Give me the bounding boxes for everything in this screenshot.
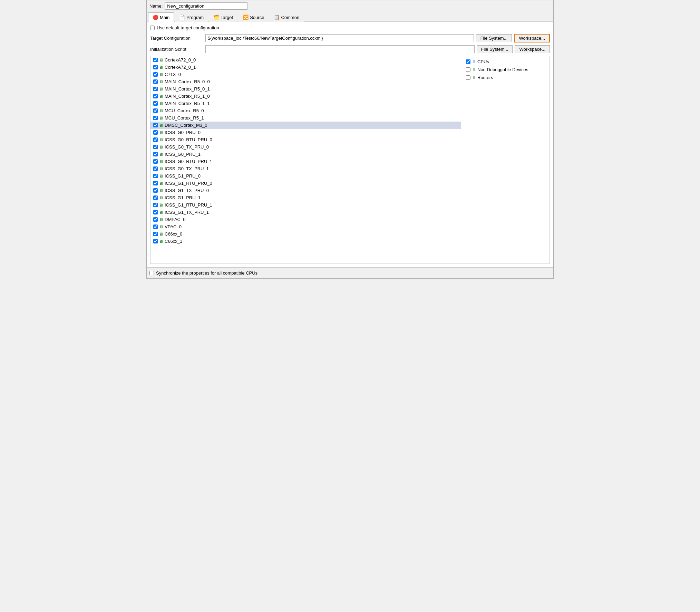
tab-common[interactable]: 📋 Common xyxy=(269,12,304,22)
chip-icon: 🖥 xyxy=(159,87,163,92)
use-default-checkbox[interactable] xyxy=(150,26,155,30)
main-tab-icon: 🔴 xyxy=(153,15,158,20)
list-item[interactable]: 🖥 C66xx_0 xyxy=(150,230,461,238)
chip-icon: 🖥 xyxy=(159,159,163,164)
item-label: ICSS_G0_TX_PRU_1 xyxy=(165,166,209,171)
list-item[interactable]: 🖥 ICSS_G0_TX_PRU_0 xyxy=(150,143,461,151)
target-config-input[interactable] xyxy=(205,34,474,42)
right-item-label: Non Debuggable Devices xyxy=(477,67,528,72)
list-item[interactable]: 🖥 CortexA72_0_1 xyxy=(150,64,461,71)
target-config-label: Target Configuration xyxy=(150,36,205,41)
split-panel: 🖥 CortexA72_0_0 🖥 CortexA72_0_1 🖥 C71X_0… xyxy=(150,56,550,264)
item-checkbox-icss-g0-rtu-pru0[interactable] xyxy=(153,137,158,142)
right-list-item-non-debuggable[interactable]: 🖥 Non Debuggable Devices xyxy=(463,66,550,74)
program-tab-icon: 📄 xyxy=(179,15,185,20)
list-item[interactable]: 🖥 ICSS_G1_TX_PRU_0 xyxy=(150,187,461,194)
item-checkbox-icss-g1-pru1[interactable] xyxy=(153,195,158,200)
item-checkbox-main-r5-00[interactable] xyxy=(153,79,158,84)
item-checkbox-cortex72-01[interactable] xyxy=(153,65,158,69)
item-checkbox-c66xx1[interactable] xyxy=(153,239,158,243)
item-checkbox-vpac0[interactable] xyxy=(153,224,158,229)
item-checkbox-dmsc-m3[interactable] xyxy=(153,123,158,127)
item-checkbox-main-r5-10[interactable] xyxy=(153,94,158,98)
tabs-row: 🔴 Main 📄 Program 🗂️ Target 🔀 Source 📋 Co… xyxy=(147,12,553,22)
list-item[interactable]: 🖥 ICSS_G0_PRU_0 xyxy=(150,129,461,136)
list-item[interactable]: 🖥 MCU_Cortex_R5_1 xyxy=(150,114,461,122)
tab-main-label: Main xyxy=(160,15,169,20)
chip-icon: 🖥 xyxy=(159,203,163,208)
item-label: ICSS_G1_TX_PRU_0 xyxy=(165,188,209,193)
item-checkbox-c66xx0[interactable] xyxy=(153,232,158,236)
name-input[interactable] xyxy=(165,2,247,10)
tab-main[interactable]: 🔴 Main xyxy=(148,12,174,22)
routers-icon: 🖥 xyxy=(472,75,476,80)
chip-icon: 🖥 xyxy=(159,210,163,215)
list-item[interactable]: 🖥 MAIN_Cortex_R5_1_1 xyxy=(150,100,461,107)
list-item[interactable]: 🖥 CortexA72_0_0 xyxy=(150,56,461,64)
right-list-item-routers[interactable]: 🖥 Routers xyxy=(463,74,550,82)
item-checkbox-mcu-r5-1[interactable] xyxy=(153,116,158,120)
target-config-workspace-button[interactable]: Workspace... xyxy=(514,34,550,42)
item-checkbox-cortex72-00[interactable] xyxy=(153,58,158,62)
routers-checkbox[interactable] xyxy=(466,75,470,80)
item-checkbox-icss-g0-tx-pru1[interactable] xyxy=(153,166,158,171)
target-config-row: Target Configuration File System... Work… xyxy=(150,34,550,42)
list-item[interactable]: 🖥 ICSS_G0_RTU_PRU_1 xyxy=(150,158,461,165)
item-checkbox-main-r5-11[interactable] xyxy=(153,101,158,106)
list-item[interactable]: 🖥 C66xx_1 xyxy=(150,238,461,245)
list-item[interactable]: 🖥 ICSS_G1_PRU_1 xyxy=(150,194,461,201)
list-item[interactable]: 🖥 VPAC_0 xyxy=(150,223,461,230)
item-checkbox-icss-g0-tx-pru0[interactable] xyxy=(153,145,158,149)
use-default-row: Use default target configuration xyxy=(150,25,550,30)
chip-icon: 🖥 xyxy=(159,65,163,70)
cpus-checkbox[interactable] xyxy=(466,59,470,64)
use-default-label: Use default target configuration xyxy=(157,25,219,30)
chip-icon: 🖥 xyxy=(159,188,163,193)
list-item[interactable]: 🖥 ICSS_G1_RTU_PRU_0 xyxy=(150,180,461,187)
item-checkbox-icss-g1-pru0[interactable] xyxy=(153,174,158,178)
tab-program[interactable]: 📄 Program xyxy=(175,12,208,22)
list-item[interactable]: 🖥 MCU_Cortex_R5_0 xyxy=(150,107,461,114)
list-item[interactable]: 🖥 ICSS_G1_PRU_0 xyxy=(150,172,461,180)
item-label: MAIN_Cortex_R5_1_0 xyxy=(165,94,210,99)
item-checkbox-icss-g1-tx-pru0[interactable] xyxy=(153,188,158,193)
right-list-item-cpus[interactable]: 🖥 CPUs xyxy=(463,58,550,66)
non-debuggable-icon: 🖥 xyxy=(472,67,476,72)
init-script-row: Initialization Script File System... Wor… xyxy=(150,45,550,53)
init-script-input[interactable] xyxy=(205,45,475,53)
list-item[interactable]: 🖥 DMPAC_0 xyxy=(150,216,461,223)
tab-target[interactable]: 🗂️ Target xyxy=(209,12,237,22)
item-checkbox-c71x0[interactable] xyxy=(153,72,158,77)
list-item[interactable]: 🖥 ICSS_G0_RTU_PRU_0 xyxy=(150,136,461,143)
list-item[interactable]: 🖥 MAIN_Cortex_R5_0_1 xyxy=(150,85,461,93)
item-label: CortexA72_0_1 xyxy=(165,65,196,70)
sync-checkbox[interactable] xyxy=(149,271,154,275)
list-item[interactable]: 🖥 ICSS_G1_TX_PRU_1 xyxy=(150,209,461,216)
list-item[interactable]: 🖥 ICSS_G1_RTU_PRU_1 xyxy=(150,201,461,209)
item-checkbox-dmpac0[interactable] xyxy=(153,217,158,222)
item-checkbox-icss-g0-pru0[interactable] xyxy=(153,130,158,135)
item-checkbox-icss-g0-rtu-pru1[interactable] xyxy=(153,159,158,164)
item-checkbox-icss-g1-tx-pru1[interactable] xyxy=(153,210,158,214)
init-script-filesystem-button[interactable]: File System... xyxy=(477,45,513,53)
item-checkbox-mcu-r5-0[interactable] xyxy=(153,108,158,113)
cpu-icon: 🖥 xyxy=(472,59,476,64)
list-item[interactable]: 🖥 MAIN_Cortex_R5_1_0 xyxy=(150,93,461,100)
item-checkbox-icss-g1-rtu-pru1[interactable] xyxy=(153,203,158,207)
list-item[interactable]: 🖥 ICSS_G0_PRU_1 xyxy=(150,151,461,158)
name-row: Name: xyxy=(147,0,553,12)
chip-icon: 🖥 xyxy=(159,166,163,171)
item-checkbox-icss-g0-pru1[interactable] xyxy=(153,152,158,156)
target-config-filesystem-button[interactable]: File System... xyxy=(476,34,512,42)
list-item[interactable]: 🖥 ICSS_G0_TX_PRU_1 xyxy=(150,165,461,172)
item-label: MAIN_Cortex_R5_1_1 xyxy=(165,101,210,106)
list-item[interactable]: 🖥 MAIN_Cortex_R5_0_0 xyxy=(150,78,461,85)
item-checkbox-icss-g1-rtu-pru0[interactable] xyxy=(153,181,158,185)
init-script-workspace-button[interactable]: Workspace... xyxy=(515,45,550,53)
non-debuggable-checkbox[interactable] xyxy=(466,67,470,72)
item-label: ICSS_G0_TX_PRU_0 xyxy=(165,144,209,150)
list-item[interactable]: 🖥 C71X_0 xyxy=(150,71,461,78)
tab-source[interactable]: 🔀 Source xyxy=(238,12,269,22)
item-checkbox-main-r5-01[interactable] xyxy=(153,87,158,91)
list-item[interactable]: 🖥 DMSC_Cortex_M3_0 xyxy=(150,122,461,129)
